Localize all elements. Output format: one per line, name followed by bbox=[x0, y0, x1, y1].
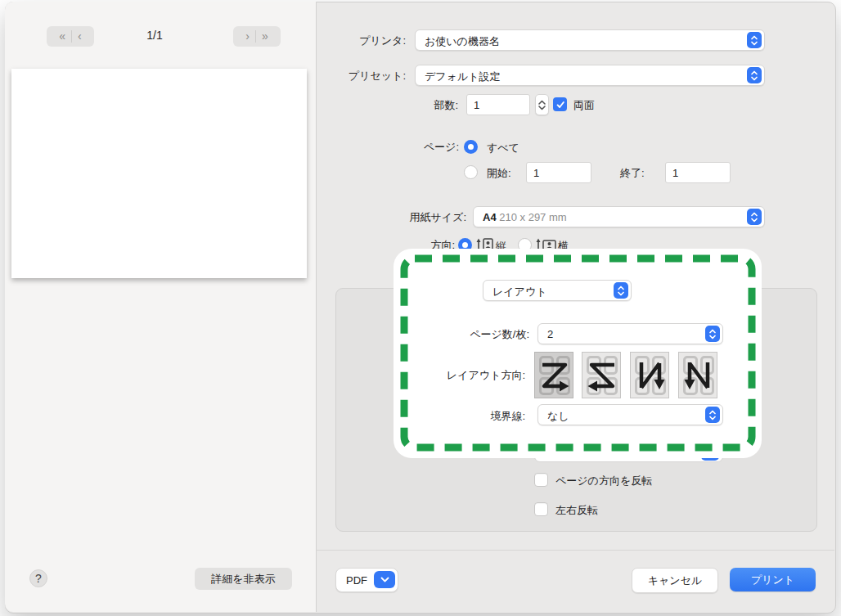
previous-page-button[interactable]: « ‹ bbox=[47, 26, 94, 47]
chevron-up-down-icon bbox=[747, 209, 762, 225]
pages-per-sheet-select[interactable]: 2 bbox=[537, 323, 723, 344]
paper-size-detail: 210 x 297 mm bbox=[499, 211, 566, 223]
pages-range-radio[interactable] bbox=[464, 165, 478, 179]
next-page-icon: › bbox=[240, 27, 255, 46]
pages-per-sheet-value: 2 bbox=[547, 328, 553, 340]
footer-divider bbox=[316, 550, 834, 551]
printer-select[interactable]: お使いの機器名 bbox=[415, 29, 765, 51]
first-page-icon: « bbox=[53, 27, 71, 46]
page-preview bbox=[11, 69, 307, 278]
layout-direction-option-left-right-down[interactable] bbox=[534, 352, 573, 398]
pages-end-input[interactable]: 1 bbox=[665, 162, 731, 183]
paper-size-value: A4 bbox=[483, 211, 497, 223]
copies-label: 部数: bbox=[376, 99, 458, 112]
duplex-checkbox[interactable] bbox=[553, 97, 567, 111]
printer-select-value: お使いの機器名 bbox=[425, 34, 500, 49]
chevron-down-icon bbox=[538, 106, 546, 110]
copies-input[interactable]: 1 bbox=[466, 94, 530, 115]
page-indicator: 1/1 bbox=[130, 29, 179, 42]
check-icon bbox=[555, 100, 565, 110]
chevron-up-down-icon bbox=[747, 67, 762, 83]
help-button[interactable]: ? bbox=[29, 569, 47, 587]
chevron-up-down-icon bbox=[747, 32, 762, 48]
border-select-value: なし bbox=[547, 409, 569, 424]
duplex-label: 両面 bbox=[573, 98, 595, 112]
z-left-arrow-icon bbox=[586, 357, 618, 393]
pane-selector-value: レイアウト bbox=[492, 285, 547, 299]
border-select[interactable]: なし bbox=[537, 404, 723, 425]
layout-direction-option-top-bottom-right[interactable] bbox=[630, 352, 669, 398]
pages-label: ページ: bbox=[361, 141, 459, 154]
copies-stepper[interactable] bbox=[535, 94, 549, 115]
pages-all-label: すべて bbox=[487, 141, 519, 155]
paper-size-label: 用紙サイズ: bbox=[368, 211, 466, 224]
chevron-up-down-icon bbox=[705, 407, 720, 423]
reverse-page-orientation-label: ページの方向を反転 bbox=[555, 474, 652, 488]
chevron-up-icon bbox=[538, 100, 546, 105]
preset-select[interactable]: デフォルト設定 bbox=[415, 65, 765, 86]
chevron-up-down-icon bbox=[614, 282, 628, 299]
pdf-menu-button[interactable]: PDF bbox=[335, 568, 398, 592]
preset-select-value: デフォルト設定 bbox=[425, 70, 501, 84]
z-right-arrow-icon bbox=[538, 357, 571, 393]
layout-direction-label: レイアウト方向: bbox=[411, 369, 525, 382]
reverse-page-orientation-checkbox[interactable] bbox=[534, 473, 548, 487]
flip-horizontally-checkbox[interactable] bbox=[534, 502, 548, 516]
printer-label: プリンタ: bbox=[311, 34, 406, 47]
pages-all-radio[interactable] bbox=[464, 140, 478, 154]
chevron-down-icon bbox=[374, 571, 395, 588]
hide-details-button[interactable]: 詳細を非表示 bbox=[195, 568, 292, 590]
cancel-button[interactable]: キャンセル bbox=[632, 568, 718, 593]
pages-start-label: 開始: bbox=[487, 166, 511, 180]
next-page-button[interactable]: › » bbox=[233, 26, 281, 47]
border-label: 境界線: bbox=[411, 410, 525, 423]
preset-label: プリセット: bbox=[311, 70, 406, 83]
print-dialog: « ‹ 1/1 › » プリンタ: お使いの機器名 プリセット: デフォルト設定… bbox=[0, 0, 841, 616]
layout-direction-option-right-left-down[interactable] bbox=[582, 352, 621, 398]
pages-end-label: 終了: bbox=[620, 166, 645, 180]
n-mirrored-down-arrow-icon bbox=[634, 357, 667, 393]
chevron-up-down-icon bbox=[705, 326, 720, 342]
layout-direction-option-top-bottom-left[interactable] bbox=[678, 352, 717, 398]
pages-start-input[interactable]: 1 bbox=[526, 162, 591, 183]
n-down-arrow-icon bbox=[682, 357, 715, 393]
previous-page-icon: ‹ bbox=[72, 27, 88, 46]
flip-horizontally-label: 左右反転 bbox=[555, 503, 598, 517]
pages-per-sheet-label: ページ数/枚: bbox=[415, 328, 529, 341]
paper-size-select[interactable]: A4 210 x 297 mm bbox=[473, 206, 765, 227]
pdf-label: PDF bbox=[346, 573, 367, 587]
last-page-icon: » bbox=[256, 27, 274, 46]
pane-selector-dropdown[interactable]: レイアウト bbox=[483, 280, 632, 301]
print-button[interactable]: プリント bbox=[730, 568, 816, 591]
